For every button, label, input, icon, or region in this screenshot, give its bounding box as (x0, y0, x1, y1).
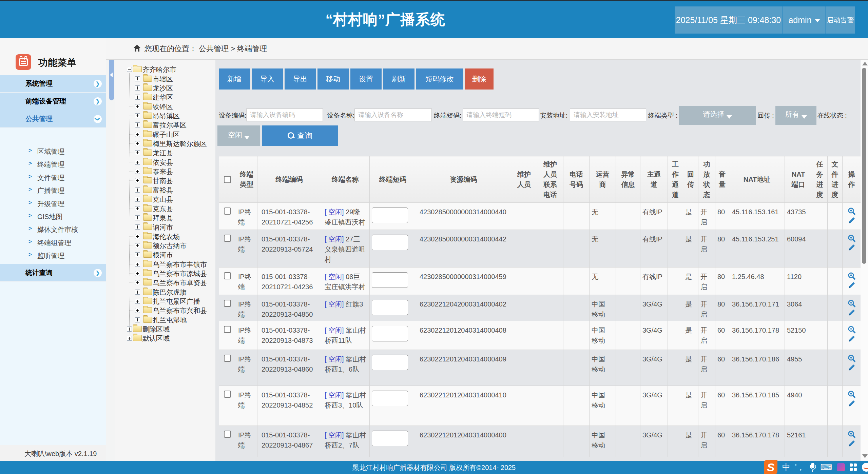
tree-node[interactable]: 乌兰察布市凉城县 (115, 269, 215, 278)
short-code-cell-input[interactable] (372, 235, 408, 250)
tree-node[interactable]: 依安县 (115, 158, 215, 166)
toolbar-button[interactable]: 删除 (465, 68, 494, 90)
tree-node[interactable]: 扎兰屯景区广播 (115, 297, 215, 305)
expand-icon[interactable] (127, 336, 132, 341)
expand-icon[interactable] (135, 215, 140, 220)
tree-node[interactable]: 拜泉县 (115, 213, 215, 222)
sogou-logo-icon[interactable]: S (764, 460, 777, 474)
expand-icon[interactable] (135, 224, 140, 230)
tree-node[interactable]: 乌兰察布市丰镇市 (115, 260, 215, 269)
expand-icon[interactable] (135, 141, 140, 146)
sidebar-submenu-item[interactable]: > 媒体文件审核 (0, 223, 106, 236)
sidebar-menu-item[interactable]: 公共管理 ❯ (0, 110, 106, 127)
tree-node[interactable]: 市辖区 (115, 74, 215, 83)
expand-icon[interactable] (135, 234, 140, 239)
tree-node[interactable]: 碾子山区 (115, 130, 215, 139)
select-all-checkbox[interactable] (224, 176, 231, 183)
grid-icon[interactable] (850, 463, 857, 471)
skin-icon[interactable] (837, 463, 845, 471)
expand-icon[interactable] (135, 113, 140, 118)
backhaul-dropdown[interactable]: 所有 (775, 106, 816, 125)
sidebar-submenu-item[interactable]: > 终端组管理 (0, 236, 106, 249)
device-code-input[interactable] (246, 108, 323, 121)
row-checkbox[interactable] (224, 391, 231, 398)
tree-node[interactable]: 乌兰察布市兴和县 (115, 306, 215, 315)
toolbar-button[interactable]: 导入 (252, 68, 283, 90)
tree-node[interactable]: 泰来县 (115, 167, 215, 176)
expand-icon[interactable] (135, 243, 140, 248)
sidebar-submenu-item[interactable]: > 终端管理 (0, 158, 106, 171)
toolbar-button[interactable]: 移动 (317, 68, 349, 90)
sogou-input-bar[interactable]: S 中 '， ⌨ (764, 459, 868, 474)
toolbar-button[interactable]: 新增 (219, 68, 250, 90)
scroll-up-arrow[interactable] (862, 62, 868, 65)
view-icon[interactable] (847, 430, 856, 439)
tree-node[interactable]: 克山县 (115, 195, 215, 203)
start-alarm-button[interactable]: 启动告警 (825, 6, 855, 34)
view-icon[interactable] (847, 299, 856, 308)
row-checkbox[interactable] (224, 208, 231, 215)
expand-icon[interactable] (135, 262, 140, 267)
tree-node[interactable]: 乌兰察布市卓资县 (115, 278, 215, 287)
tree-node[interactable]: 陈巴尔虎旗 (115, 288, 215, 296)
expand-icon[interactable] (135, 178, 140, 183)
sidebar-menu-item-stats[interactable]: 统计查询 ❯ (0, 264, 106, 281)
edit-icon[interactable] (848, 309, 856, 317)
edit-icon[interactable] (848, 363, 856, 372)
tree-node[interactable]: 富拉尔基区 (115, 120, 215, 129)
tree-node[interactable]: 铁锋区 (115, 102, 215, 111)
terminal-type-dropdown[interactable]: 请选择 (679, 106, 756, 125)
tree-node[interactable]: 克东县 (115, 204, 215, 213)
expand-icon[interactable] (135, 271, 140, 276)
toolbar-button[interactable]: 短码修改 (416, 68, 463, 90)
short-code-cell-input[interactable] (372, 272, 408, 288)
expand-icon[interactable] (135, 317, 140, 322)
query-button[interactable]: 查询 (262, 125, 338, 146)
tree-node[interactable]: 讷河市 (115, 222, 215, 231)
toolbar-button[interactable]: 刷新 (383, 68, 414, 90)
scroll-down-arrow[interactable] (862, 454, 868, 458)
row-checkbox[interactable] (224, 326, 231, 333)
tree-node[interactable]: 建华区 (115, 93, 215, 101)
short-code-input[interactable] (463, 108, 539, 121)
tree-node[interactable]: 龙沙区 (115, 83, 215, 92)
keyboard-icon[interactable]: ⌨ (821, 462, 832, 472)
expand-icon[interactable] (135, 290, 140, 295)
online-status-dropdown[interactable]: 空闲 (217, 125, 260, 146)
expand-icon[interactable] (135, 187, 140, 193)
expand-icon[interactable] (135, 299, 140, 304)
device-name-input[interactable] (354, 108, 432, 121)
lang-icon[interactable]: 中 (782, 462, 790, 473)
sidebar-submenu-item[interactable]: > 监听管理 (0, 249, 106, 262)
sidebar-submenu-item[interactable]: > 区域管理 (0, 145, 106, 158)
expand-icon[interactable] (135, 132, 140, 137)
short-code-cell-input[interactable] (372, 391, 408, 406)
tree-node[interactable]: 昂昂溪区 (115, 111, 215, 120)
short-code-cell-input[interactable] (372, 431, 408, 446)
tree-node[interactable]: 根河市 (115, 250, 215, 259)
tree-node[interactable]: 甘南县 (115, 176, 215, 185)
mic-icon[interactable] (810, 463, 816, 472)
tree-node[interactable]: 龙江县 (115, 148, 215, 157)
view-icon[interactable] (847, 354, 856, 363)
expand-icon[interactable] (135, 197, 140, 202)
expand-icon[interactable] (135, 280, 140, 285)
tree-node[interactable]: 额尔古纳市 (115, 241, 215, 250)
tree-node[interactable]: 扎兰屯湿地 (115, 315, 215, 324)
view-icon[interactable] (847, 272, 856, 280)
view-icon[interactable] (847, 207, 856, 216)
view-icon[interactable] (847, 325, 856, 334)
expand-icon[interactable] (135, 76, 140, 81)
expand-icon[interactable] (127, 327, 132, 332)
collapse-icon[interactable] (127, 67, 132, 72)
short-code-cell-input[interactable] (372, 355, 408, 370)
expand-icon[interactable] (135, 95, 140, 100)
tree-node[interactable]: 默认区域 (115, 334, 215, 342)
sidebar-menu-item[interactable]: 前端设备管理 ❯ (0, 93, 106, 110)
sidebar-submenu-item[interactable]: > 文件管理 (0, 171, 106, 184)
sidebar-menu-item[interactable]: 系统管理 ❯ (0, 75, 106, 92)
expand-icon[interactable] (135, 150, 140, 155)
edit-icon[interactable] (848, 281, 856, 289)
row-checkbox[interactable] (224, 272, 231, 279)
tree-node[interactable]: 富裕县 (115, 185, 215, 194)
